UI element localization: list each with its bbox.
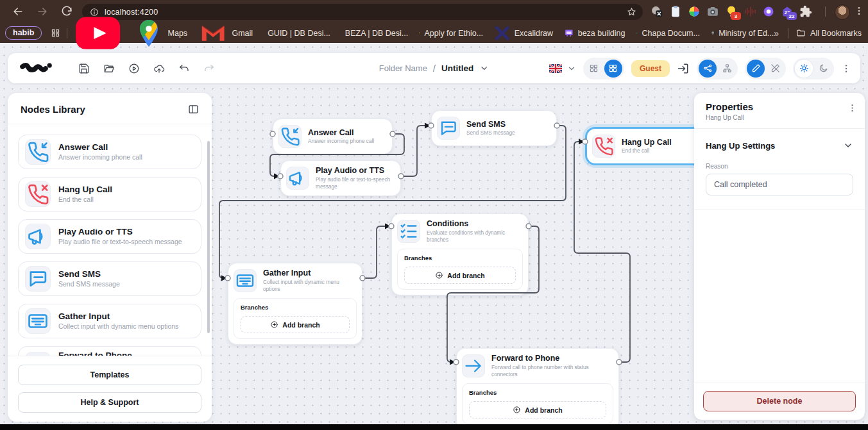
chevron-down-icon[interactable] [479,63,489,73]
light-theme-button[interactable] [795,60,813,78]
back-icon[interactable] [12,5,24,18]
reason-input[interactable] [706,174,853,195]
library-item-forward-to-phone[interactable]: Forward to Phone Forward call to phone n… [18,346,201,356]
apps-grid-icon[interactable] [51,28,60,38]
gmail-icon [198,18,228,47]
undo-button[interactable] [178,63,190,74]
reload-icon[interactable] [60,5,73,18]
app-logo [19,61,53,76]
toolbar-menu-icon[interactable] [841,63,851,74]
reason-label: Reason [706,163,853,170]
dark-theme-button[interactable] [814,60,832,78]
library-item-gather-input[interactable]: Gather Input Collect input with dynamic … [18,304,201,338]
youtube-icon [74,9,122,57]
login-icon[interactable] [677,62,690,75]
bookmark-item[interactable] [74,9,122,57]
phone-x-icon [592,135,615,158]
taskbar-strip [0,424,868,430]
bookmarks-overflow-chevron[interactable]: » [774,28,779,38]
run-flow-button[interactable] [128,63,140,74]
flow-node-conditions[interactable]: Conditions Evaluate conditions with dyna… [391,213,529,295]
profile-chip[interactable]: habib [5,26,42,40]
profile-avatar[interactable] [835,4,850,20]
view-mode-group [697,58,738,79]
bookmark-item[interactable]: GUID | DB Desi... [264,29,330,38]
flow-view-button[interactable] [699,60,717,78]
tree-view-button[interactable] [718,60,736,78]
puzzle-icon[interactable] [799,5,812,18]
guest-badge[interactable]: Guest [631,60,670,77]
grid-view-active-button[interactable] [604,60,622,78]
nodes-library-list: Answer Call Answer incoming phone call H… [8,124,212,356]
properties-title: Properties [706,101,853,112]
add-branch-button[interactable]: Add branch [241,316,350,333]
folder-icon [796,28,806,38]
flow-node-gather[interactable]: Gather Input Collect input with dynamic … [228,263,362,345]
bookmark-label: Maps [168,29,188,38]
library-item-answer-call[interactable]: Answer Call Answer incoming phone call [18,135,201,169]
bookmark-item[interactable]: Excalidraw [494,25,553,42]
app-toolbar: Folder Name / Untitled Guest [8,53,860,83]
bookmark-label: GUID | DB Desi... [268,29,330,38]
properties-menu-icon[interactable] [847,103,857,113]
theme-toggle-group [793,58,834,79]
library-item-send-sms[interactable]: Send SMS Send SMS message [18,261,201,296]
plus-circle-icon [435,271,443,279]
flow-node-answer[interactable]: Answer Call Answer incoming phone call [273,119,393,154]
edit-mode-button[interactable] [747,60,765,78]
scrollbar-thumb[interactable] [207,141,210,333]
redo-button[interactable] [203,63,215,74]
all-bookmarks-button[interactable]: All Bookmarks [796,28,862,38]
grid-view-button[interactable] [585,60,603,78]
nodes-library-title: Nodes Library [21,104,85,115]
bookmark-item[interactable]: BEZA | DB Desi... [341,29,408,38]
flame-icon [419,32,420,33]
bookmark-item[interactable]: Chapa Docum... [636,29,699,38]
bookmark-item[interactable]: Apply for Ethio... [419,29,483,38]
templates-button[interactable]: Templates [18,365,201,385]
language-selector[interactable] [549,64,576,73]
bookmark-item[interactable]: Ministry of Ed... [711,29,774,38]
edit-off-button[interactable] [766,60,784,78]
collapse-panel-icon[interactable] [188,104,199,115]
library-item-hang-up-call[interactable]: Hang Up Call End the call [18,177,201,211]
hangup-settings-section-header[interactable]: Hang Up Settings [706,140,853,151]
checklist-icon [397,220,420,243]
chevron-down-icon [843,140,853,151]
bookmark-label: Ministry of Ed... [719,29,774,38]
publish-button[interactable] [153,63,165,74]
add-branch-button[interactable]: Add branch [404,267,516,284]
plus-circle-icon [270,320,278,329]
extension-badge: 22 [787,12,797,20]
nodes-library-panel: Nodes Library Answer Call Answer incomin… [8,93,212,422]
message-icon [25,266,51,292]
uk-flag-icon [549,64,562,73]
megaphone-icon [25,224,51,249]
flow-node-sms[interactable]: Send SMS Send SMS message [431,110,557,146]
properties-panel: Properties Hang Up Call Hang Up Settings… [694,93,865,420]
forward-icon [25,352,51,356]
bookmark-item[interactable]: beza building [564,28,625,38]
browser-menu-icon[interactable] [854,6,864,16]
bookmark-item[interactable]: Maps [133,18,187,49]
library-item-play-audio-or-tts[interactable]: Play Audio or TTS Play audio file or tex… [18,219,201,254]
delete-node-button[interactable]: Delete node [703,391,856,411]
forward-icon[interactable] [36,5,49,18]
branches-section: Branches Add branch [397,249,523,290]
flow-node-play[interactable]: Play Audio or TTS Play audio file or tex… [280,160,401,196]
save-button[interactable] [78,63,90,74]
open-folder-button[interactable] [103,63,115,74]
help-support-button[interactable]: Help & Support [18,392,201,413]
megaphone-icon [286,167,309,190]
bookmark-item[interactable]: Gmail [198,18,253,47]
file-name[interactable]: Untitled [441,63,473,73]
plus-circle-icon [513,406,521,414]
breadcrumb: Folder Name / Untitled [379,53,489,83]
edit-mode-group [745,58,786,79]
flow-node-forward[interactable]: Forward to Phone Forward call to phone n… [456,348,619,430]
add-branch-button[interactable]: Add branch [469,401,606,418]
phone-incoming-icon [278,125,302,148]
layout-toggle-group [583,58,624,79]
bookmark-label: Excalidraw [515,29,553,38]
counter-icon[interactable]: 22 22 [781,5,794,18]
